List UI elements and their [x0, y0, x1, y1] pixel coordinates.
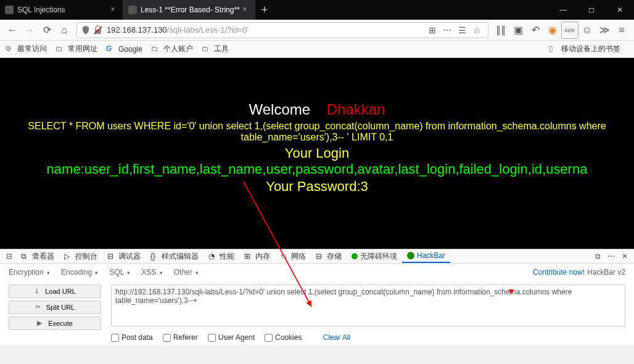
insecure-icon: [93, 25, 103, 35]
hackbar-url-input[interactable]: [111, 285, 625, 326]
meatball-icon[interactable]: ⋯: [440, 23, 455, 38]
forward-button[interactable]: →: [21, 22, 38, 39]
devtools-tab-network[interactable]: ↑↓网络: [275, 249, 311, 263]
ext-icon[interactable]: cctv: [561, 22, 578, 39]
new-tab-button[interactable]: +: [255, 0, 274, 20]
network-icon: ↑↓: [280, 252, 289, 261]
hackbar-version: HackBar v2: [587, 268, 625, 277]
reader-icon[interactable]: ☰: [455, 23, 469, 38]
bookmark-item[interactable]: 🗀常用网址: [56, 44, 97, 54]
login-label: Your Login: [0, 145, 634, 161]
mobile-icon: ▯: [549, 44, 559, 54]
tab-label: Less-1 **Error Based- String**: [141, 6, 240, 14]
split-url-button[interactable]: ✂Split URL: [9, 301, 101, 314]
sidebar-icon[interactable]: ▣: [509, 22, 527, 39]
load-icon: ⤓: [34, 287, 43, 296]
perf-icon: ◔: [208, 252, 217, 261]
console-icon: ▷: [64, 252, 73, 261]
window-maximize-button[interactable]: ◻: [577, 0, 606, 20]
devtools-tab-debugger[interactable]: ⊟调试器: [102, 249, 146, 263]
a11y-icon: [352, 253, 358, 259]
hackbar-menu-sql[interactable]: SQL ▾: [109, 268, 130, 277]
devtools-close-icon[interactable]: ✕: [618, 252, 632, 261]
devtools-tabbar: ⊟ ⧉查看器 ▷控制台 ⊟调试器 {}样式编辑器 ◔性能 ⊞内存 ↑↓网络 ⊟存…: [0, 249, 634, 264]
split-icon: ✂: [35, 303, 44, 312]
tab-favicon: [5, 6, 14, 14]
url-text: 192.168.137.130/sqli-labs/Less-1/?id=0': [107, 25, 425, 34]
window-close-button[interactable]: ✕: [606, 0, 634, 20]
folder-icon: 🗀: [202, 44, 212, 54]
login-value: name:user_id,first_name,last_name,user,p…: [0, 161, 634, 177]
sql-query-text: SELECT * FROM users WHERE id='0' union s…: [0, 121, 634, 143]
responsive-icon[interactable]: ⧉: [591, 252, 604, 261]
nav-toolbar: ← → ⟳ ⌂ 192.168.137.130/sqli-labs/Less-1…: [0, 20, 634, 41]
style-icon: {}: [150, 252, 159, 261]
devtools-tab-performance[interactable]: ◔性能: [204, 249, 239, 263]
extension-icon[interactable]: ◉: [544, 22, 561, 39]
welcome-text: Welcome: [249, 101, 311, 118]
hackbar-menu-encoding[interactable]: Encoding ▾: [61, 268, 98, 277]
gear-icon: ⚙: [5, 44, 15, 54]
devtools-more-icon[interactable]: ⋯: [604, 252, 618, 261]
google-icon: G: [106, 44, 116, 54]
inspector-icon: ⧉: [21, 252, 30, 261]
qr-icon[interactable]: ⊞: [425, 23, 440, 38]
dhakkan-text: Dhakkan: [327, 101, 385, 118]
close-icon[interactable]: ×: [108, 5, 118, 15]
overflow-icon[interactable]: ≫: [596, 22, 613, 39]
debugger-icon: ⊟: [107, 252, 116, 261]
hackbar-menu-encryption[interactable]: Encryption ▾: [9, 268, 50, 277]
cookies-checkbox[interactable]: Cookies: [265, 333, 302, 342]
hackbar-toolbar: Encryption ▾ Encoding ▾ SQL ▾ XSS ▾ Othe…: [0, 264, 634, 281]
hackbar-body: ⤓Load URL ✂Split URL ▶Execute: [0, 281, 634, 330]
folder-icon: 🗀: [56, 44, 65, 54]
page-content: Welcome Dhakkan SELECT * FROM users WHER…: [0, 58, 634, 249]
load-url-button[interactable]: ⤓Load URL: [9, 285, 101, 298]
undo-icon[interactable]: ↶: [527, 22, 544, 39]
devtools-tab-console[interactable]: ▷控制台: [59, 249, 102, 263]
folder-icon: 🗀: [151, 44, 161, 54]
bookmark-item[interactable]: 🗀个人账户: [151, 44, 193, 54]
shield-icon: [81, 25, 91, 35]
storage-icon: ⊟: [316, 252, 324, 261]
bookmark-item[interactable]: GGoogle: [106, 44, 142, 54]
menu-icon[interactable]: ≡: [613, 22, 630, 39]
home-button[interactable]: ⌂: [56, 22, 73, 39]
execute-button[interactable]: ▶Execute: [9, 317, 101, 330]
bookmark-item[interactable]: 🗀工具: [202, 44, 229, 54]
referer-checkbox[interactable]: Referer: [163, 333, 198, 342]
hackbar-contribute-link[interactable]: Contribute now!: [533, 268, 585, 277]
devtools-tab-memory[interactable]: ⊞内存: [239, 249, 275, 263]
devtools-dock-icon[interactable]: ⊟: [2, 252, 16, 261]
hackbar-menu-other[interactable]: Other ▾: [174, 268, 199, 277]
devtools-tab-inspector[interactable]: ⧉查看器: [16, 249, 59, 263]
devtools-tab-storage[interactable]: ⊟存储: [311, 249, 347, 263]
hackbar-menu-xss[interactable]: XSS ▾: [141, 268, 162, 277]
devtools-tab-hackbar[interactable]: HackBar: [402, 249, 450, 263]
bookmark-item[interactable]: ⚙最常访问: [5, 44, 47, 54]
execute-icon: ▶: [37, 319, 46, 328]
memory-icon: ⊞: [244, 252, 253, 261]
tab-favicon: [128, 6, 137, 14]
bookmark-star-icon[interactable]: ☆: [469, 23, 484, 38]
clear-all-link[interactable]: Clear All: [323, 333, 350, 342]
browser-tab[interactable]: SQL Injections ×: [0, 0, 123, 20]
back-button[interactable]: ←: [4, 22, 21, 39]
reload-button[interactable]: ⟳: [38, 22, 56, 39]
account-icon[interactable]: ☺: [578, 22, 596, 39]
useragent-checkbox[interactable]: User Agent: [208, 333, 255, 342]
window-titlebar: SQL Injections × Less-1 **Error Based- S…: [0, 0, 634, 20]
library-icon[interactable]: ∥∥: [492, 22, 509, 39]
bookmarks-bar: ⚙最常访问 🗀常用网址 GGoogle 🗀个人账户 🗀工具 ▯移动设备上的书签: [0, 41, 634, 58]
hackbar-icon: [407, 252, 414, 259]
window-minimize-button[interactable]: —: [549, 0, 577, 20]
browser-tab[interactable]: Less-1 **Error Based- String** ×: [123, 0, 255, 20]
devtools-tab-a11y[interactable]: 无障碍环境: [347, 249, 402, 263]
hackbar-options: Post data Referer User Agent Cookies Cle…: [0, 330, 634, 345]
tab-label: SQL Injections: [17, 6, 108, 14]
mobile-bookmarks[interactable]: ▯移动设备上的书签: [549, 44, 620, 54]
postdata-checkbox[interactable]: Post data: [111, 333, 153, 342]
url-bar[interactable]: 192.168.137.130/sqli-labs/Less-1/?id=0' …: [76, 22, 488, 38]
devtools-tab-style[interactable]: {}样式编辑器: [146, 249, 204, 263]
close-icon[interactable]: ×: [240, 5, 250, 15]
